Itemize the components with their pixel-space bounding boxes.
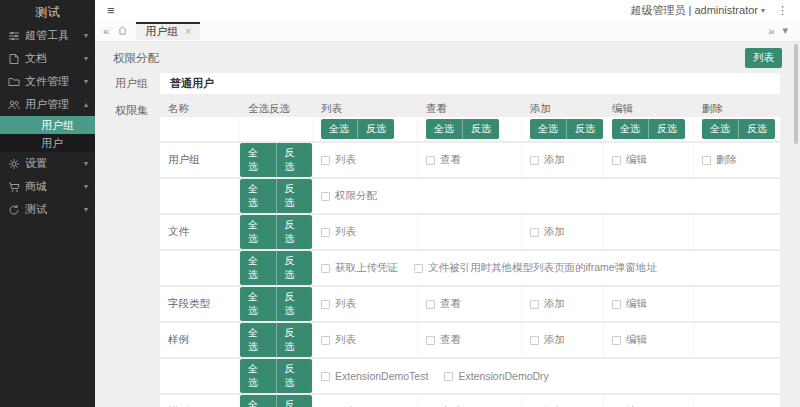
checkbox-item: 列表 bbox=[321, 333, 356, 347]
invert-button[interactable]: 反选 bbox=[277, 395, 313, 407]
checkbox-label: 查看 bbox=[440, 333, 461, 347]
sidebar-item-label: 文件管理 bbox=[25, 74, 84, 89]
table-row: 文件全选反选列表添加 bbox=[160, 215, 780, 251]
checkbox-item: 查看 bbox=[426, 153, 461, 167]
invert-button[interactable]: 反选 bbox=[277, 323, 313, 357]
select-all-button[interactable]: 全选 bbox=[240, 323, 277, 357]
checkbox-label: 编辑 bbox=[626, 297, 647, 311]
checkbox[interactable] bbox=[444, 372, 453, 381]
sidebar-item-mall[interactable]: 商城▾ bbox=[0, 175, 95, 198]
select-invert-group: 全选反选 bbox=[240, 143, 312, 177]
invert-button[interactable]: 反选 bbox=[463, 119, 499, 139]
checkbox-item: 编辑 bbox=[612, 333, 647, 347]
permission-table: 名称全选反选列表查看添加编辑删除全选反选全选反选全选反选全选反选全选反选用户组全… bbox=[160, 101, 780, 407]
sidebar-item-settings[interactable]: 设置▾ bbox=[0, 152, 95, 175]
checkbox[interactable] bbox=[530, 300, 539, 309]
checkbox-label: 获取上传凭证 bbox=[335, 261, 398, 275]
select-all-button[interactable]: 全选 bbox=[240, 251, 277, 285]
scrollbar-thumb[interactable] bbox=[794, 44, 798, 144]
sidebar-item-user[interactable]: 用户 bbox=[0, 134, 95, 152]
sidebar-item-user-group[interactable]: 用户组 bbox=[0, 116, 95, 134]
checkbox[interactable] bbox=[321, 228, 330, 237]
home-icon[interactable] bbox=[117, 25, 128, 36]
tabs-dropdown-icon[interactable]: ▾ bbox=[782, 24, 788, 37]
checkbox[interactable] bbox=[321, 300, 330, 309]
invert-button[interactable]: 反选 bbox=[277, 143, 313, 177]
sidebar-item-label: 商城 bbox=[25, 179, 84, 194]
select-all-button[interactable]: 全选 bbox=[240, 215, 277, 249]
checkbox-label: 添加 bbox=[544, 225, 565, 239]
checkbox[interactable] bbox=[321, 156, 330, 165]
menu-toggle-icon[interactable]: ≡ bbox=[107, 3, 115, 18]
invert-button[interactable]: 反选 bbox=[649, 119, 685, 139]
sidebar-item-docs[interactable]: 文档▾ bbox=[0, 47, 95, 70]
column-header: 删除 bbox=[694, 102, 780, 116]
invert-button[interactable]: 反选 bbox=[358, 119, 394, 139]
checkbox[interactable] bbox=[530, 228, 539, 237]
tabs-expand-icon[interactable]: » bbox=[768, 25, 774, 37]
tabs-collapse-icon[interactable]: « bbox=[103, 25, 109, 37]
sidebar-item-super-tools[interactable]: 超管工具▾ bbox=[0, 24, 95, 47]
checkbox[interactable] bbox=[530, 336, 539, 345]
invert-button[interactable]: 反选 bbox=[277, 359, 313, 393]
invert-button[interactable]: 反选 bbox=[277, 215, 313, 249]
checkbox[interactable] bbox=[612, 300, 621, 309]
checkbox[interactable] bbox=[426, 336, 435, 345]
tab-bar: « 用户组× » ▾ bbox=[95, 20, 800, 42]
select-all-button[interactable]: 全选 bbox=[240, 179, 277, 213]
user-menu[interactable]: 超级管理员 | administrator ▾ bbox=[630, 3, 765, 18]
table-row: 全选反选ExtensionDemoTestExtensionDemoDry bbox=[160, 359, 780, 395]
checkbox-item: 编辑 bbox=[612, 297, 647, 311]
close-icon[interactable]: × bbox=[185, 26, 191, 37]
checkbox[interactable] bbox=[612, 156, 621, 165]
checkbox[interactable] bbox=[321, 372, 330, 381]
table-cell: 全选反选 bbox=[240, 179, 313, 213]
select-all-button[interactable]: 全选 bbox=[530, 119, 567, 139]
select-all-button[interactable]: 全选 bbox=[321, 119, 358, 139]
select-all-button[interactable]: 全选 bbox=[240, 143, 277, 177]
more-icon[interactable]: ⋮ bbox=[777, 4, 788, 17]
checkbox[interactable] bbox=[612, 336, 621, 345]
tab-user-group[interactable]: 用户组× bbox=[136, 22, 200, 40]
document-icon bbox=[7, 53, 20, 65]
table-cell: 添加 bbox=[522, 395, 604, 407]
scrollbar-track[interactable] bbox=[794, 44, 798, 402]
invert-button[interactable]: 反选 bbox=[567, 119, 603, 139]
checkbox[interactable] bbox=[702, 156, 711, 165]
select-all-button[interactable]: 全选 bbox=[240, 359, 277, 393]
invert-button[interactable]: 反选 bbox=[739, 119, 775, 139]
sidebar-item-label: 用户管理 bbox=[25, 97, 84, 112]
checkbox[interactable] bbox=[426, 156, 435, 165]
chevron-up-icon: ▴ bbox=[84, 100, 88, 109]
select-all-button[interactable]: 全选 bbox=[612, 119, 649, 139]
checkbox-label: 添加 bbox=[544, 333, 565, 347]
checkbox[interactable] bbox=[426, 300, 435, 309]
table-cell: 全选反选 bbox=[240, 395, 313, 407]
select-all-button[interactable]: 全选 bbox=[426, 119, 463, 139]
sidebar-item-user-manage[interactable]: 用户管理▴ bbox=[0, 93, 95, 116]
invert-button[interactable]: 反选 bbox=[277, 251, 313, 285]
table-cell: 列表 bbox=[313, 143, 418, 177]
checkbox[interactable] bbox=[321, 264, 330, 273]
list-button[interactable]: 列表 bbox=[745, 48, 782, 68]
checkbox-label: 列表 bbox=[335, 153, 356, 167]
invert-button[interactable]: 反选 bbox=[277, 287, 313, 321]
sidebar-item-label: 设置 bbox=[25, 156, 84, 171]
select-all-button[interactable]: 全选 bbox=[702, 119, 739, 139]
invert-button[interactable]: 反选 bbox=[277, 179, 313, 213]
sidebar-item-test[interactable]: 测试▾ bbox=[0, 198, 95, 221]
checkbox[interactable] bbox=[321, 336, 330, 345]
checkbox[interactable] bbox=[321, 192, 330, 201]
select-all-button[interactable]: 全选 bbox=[240, 287, 277, 321]
table-cell bbox=[694, 395, 780, 407]
table-cell: 全选反选 bbox=[240, 251, 313, 285]
checkbox[interactable] bbox=[530, 156, 539, 165]
checkbox[interactable] bbox=[414, 264, 423, 273]
table-cell: 列表 bbox=[313, 215, 418, 249]
checkbox-item: ExtensionDemoTest bbox=[321, 370, 428, 382]
select-all-button[interactable]: 全选 bbox=[240, 395, 277, 407]
table-cell: 全选反选 bbox=[522, 117, 604, 141]
group-form-row: 用户组 普通用户 bbox=[113, 73, 790, 94]
sidebar-item-file-manage[interactable]: 文件管理▾ bbox=[0, 70, 95, 93]
sidebar-submenu: 用户组用户 bbox=[0, 116, 95, 152]
